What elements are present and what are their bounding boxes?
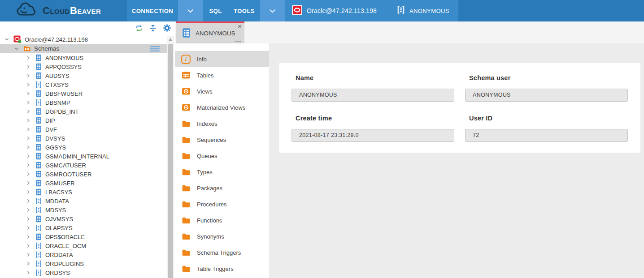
chevron-right-icon[interactable] [25, 189, 31, 195]
tree-schema-item[interactable]: MDSYS [0, 205, 167, 214]
chevron-down-icon[interactable] [4, 37, 9, 43]
tree-schema-item[interactable]: DBSFWUSER [0, 89, 167, 98]
schema-selector[interactable]: ANONYMOUS [396, 5, 449, 16]
menu-item-sequences[interactable]: Sequences [175, 132, 269, 148]
chevron-right-icon[interactable] [25, 73, 31, 79]
sync-connection-icon[interactable] [135, 24, 143, 32]
field-value: ANONYMOUS [465, 89, 628, 102]
chevron-right-icon[interactable] [25, 109, 31, 115]
chevron-right-icon[interactable] [25, 82, 31, 88]
tree-schema-item[interactable]: CTXSYS [0, 80, 167, 89]
chevron-right-icon[interactable] [25, 118, 31, 124]
tree-schema-item[interactable]: DVF [0, 125, 167, 134]
tree-schema-item[interactable]: DGPDB_INT [0, 107, 167, 116]
menu-item-types[interactable]: Types [175, 164, 269, 180]
scrollbar-thumb[interactable] [168, 44, 173, 278]
settings-gear-icon[interactable] [163, 24, 171, 32]
menu-item-queues[interactable]: Queues [175, 148, 269, 164]
folder-icon [181, 232, 191, 241]
menu-item-procedures[interactable]: Procedures [175, 196, 269, 212]
tab-anonymous[interactable]: ANONYMOUS × ... [176, 21, 244, 43]
menu-item-functions[interactable]: Functions [175, 212, 269, 228]
chevron-right-icon[interactable] [25, 163, 31, 168]
chevron-right-icon[interactable] [25, 127, 31, 133]
scrollbar-up-arrow[interactable] [169, 38, 172, 41]
chevron-right-icon[interactable] [25, 180, 31, 186]
tree-scrollbar[interactable] [167, 36, 174, 278]
schema-doc-icon [35, 153, 42, 160]
topbar-spacer [458, 0, 644, 21]
filter-hamburger-icon[interactable] [150, 46, 160, 52]
menu-item-materialized-views[interactable]: Materialized Views [175, 99, 269, 115]
close-icon[interactable]: × [238, 23, 242, 30]
tools-menu-button[interactable]: TOOLS [228, 0, 260, 21]
chevron-right-icon[interactable] [25, 136, 31, 141]
tree-schema-item[interactable]: AUDSYS [0, 71, 167, 80]
tree-schema-item[interactable]: MDDATA [0, 197, 167, 205]
tree-schema-item[interactable]: ANONYMOUS [0, 53, 167, 62]
tree-schema-label: ANONYMOUS [45, 55, 83, 61]
tree-schema-item[interactable]: GGSYS [0, 143, 167, 152]
tree-schema-item[interactable]: LBACSYS [0, 188, 167, 197]
chevron-right-icon[interactable] [25, 225, 31, 231]
tree-connection-label: Oracle@47.242.113.198 [25, 36, 88, 43]
menu-item-table-triggers[interactable]: Table Triggers [175, 261, 269, 277]
chevron-right-icon[interactable] [25, 207, 31, 213]
chevron-right-icon[interactable] [25, 55, 31, 61]
chevron-right-icon[interactable] [25, 91, 31, 97]
chevron-right-icon[interactable] [25, 270, 31, 276]
sql-editor-button[interactable]: SQL [203, 0, 228, 21]
tree-schema-item[interactable]: ORDSYS [0, 268, 167, 277]
tree-schema-item[interactable]: GSMUSER [0, 179, 167, 188]
tree-schema-item[interactable]: OLAPSYS [0, 223, 167, 232]
chevron-right-icon[interactable] [25, 216, 31, 222]
menu-item-schema-triggers[interactable]: Schema Triggers [175, 244, 269, 261]
chevron-right-icon[interactable] [25, 100, 31, 106]
chevron-right-icon[interactable] [25, 171, 31, 177]
tab-more-icon[interactable]: ... [235, 38, 241, 43]
oracle-connection-icon[interactable] [292, 5, 302, 17]
chevron-right-icon[interactable] [25, 243, 31, 249]
tree-schema-item[interactable]: GSMCATUSER [0, 161, 167, 170]
chevron-right-icon[interactable] [25, 154, 31, 159]
menu-item-synonyms[interactable]: Synonyms [175, 228, 269, 244]
tree-schemas-node[interactable]: Schemas [0, 44, 167, 53]
tree-schema-label: GGSYS [45, 144, 66, 151]
menu-item-tables[interactable]: Tables [175, 67, 269, 83]
chevron-down-icon[interactable] [13, 46, 19, 51]
chevron-right-icon[interactable] [25, 64, 31, 70]
chevron-right-icon[interactable] [25, 234, 31, 240]
chevron-right-icon[interactable] [25, 145, 31, 150]
tree-schema-item[interactable]: DVSYS [0, 134, 167, 143]
chevron-right-icon[interactable] [25, 198, 31, 204]
menu-item-info[interactable]: i Info [175, 51, 269, 67]
tools-dropdown-button[interactable] [260, 0, 285, 21]
tree-schema-item[interactable]: GSMADMIN_INTERNAL [0, 152, 167, 161]
tree-schema-item[interactable]: APPQOSSYS [0, 62, 167, 71]
tables-icon [181, 71, 191, 80]
tree-connection-node[interactable]: Oracle@47.242.113.198 [0, 35, 167, 44]
form-field: User ID 72 [465, 114, 628, 142]
tree-schema-item[interactable]: OPS$ORACLE [0, 232, 167, 241]
schema-doc-icon [35, 215, 42, 222]
tree-schema-item[interactable]: DIP [0, 116, 167, 125]
tree-schema-item[interactable]: ORACLE_OCM [0, 241, 167, 250]
chevron-right-icon[interactable] [25, 261, 31, 267]
tree-schema-item[interactable]: OJVMSYS [0, 214, 167, 223]
tree-schema-item[interactable]: DBSNMP [0, 98, 167, 107]
tree-toolbar [135, 24, 171, 32]
tree-schema-item[interactable]: ORDDATA [0, 250, 167, 259]
field-value: 72 [465, 129, 628, 142]
menu-item-indexes[interactable]: Indexes [175, 115, 269, 132]
active-connection-label[interactable]: Oracle@47.242.113.198 [307, 7, 377, 14]
chevron-right-icon[interactable] [25, 252, 31, 258]
tree-schema-item[interactable]: GSMROOTUSER [0, 170, 167, 179]
tree-schema-item[interactable]: ORDPLUGINS [0, 259, 167, 268]
schema-doc-icon [35, 126, 42, 133]
connection-dropdown-button[interactable] [178, 0, 203, 21]
collapse-all-icon[interactable] [149, 24, 157, 32]
cloudbeaver-logo-icon [15, 2, 38, 19]
menu-item-packages[interactable]: Packages [175, 180, 269, 196]
menu-item-views[interactable]: Views [175, 83, 269, 99]
connection-menu-button[interactable]: CONNECTION [127, 0, 178, 21]
